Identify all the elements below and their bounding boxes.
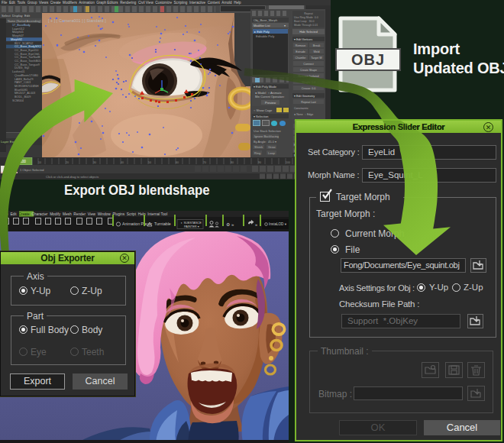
svg-text:OBJ: OBJ <box>351 51 385 68</box>
svg-text:Obj_Base_Morph: Obj_Base_Morph <box>254 18 277 22</box>
svg-text:● Model ○ Animate: ● Model ○ Animate <box>255 91 282 95</box>
svg-text:Chamfer: Chamfer <box>296 57 307 60</box>
svg-text:Hide Selected: Hide Selected <box>299 31 318 34</box>
svg-text:Boot Loop 30.0: Boot Loop 30.0 <box>294 20 314 23</box>
svg-text:90: 90 <box>258 161 261 164</box>
svg-text:CC_Base_TeethB01: CC_Base_TeethB01 <box>15 60 40 63</box>
svg-text:Name (Sorted Ascending): Name (Sorted Ascending) <box>8 20 41 23</box>
svg-text:Extrude: Extrude <box>296 50 305 53</box>
svg-text:Remove Isolated: Remove Isolated <box>299 75 319 78</box>
svg-text:CC_Base_ToeNailB: CC_Base_ToeNailB <box>15 56 40 59</box>
svg-text:Remove: Remove <box>296 44 305 47</box>
svg-text:● None ○ Edge: ● None ○ Edge <box>294 113 313 116</box>
svg-text:By Angle: 45.0 ▾: By Angle: 45.0 ▾ <box>254 140 276 144</box>
svg-text:MK2017_AL003: MK2017_AL003 <box>15 92 35 95</box>
svg-text:CC_Base_BodyMX2: CC_Base_BodyMX2 <box>15 45 41 48</box>
svg-text:Connect: Connect <box>303 63 313 66</box>
svg-text:[ + ] [ Camera001 ] [ Standa: [ + ] [ Camera001 ] [ Standard ] <box>48 18 106 23</box>
svg-text:CC_Base_Tongue9: CC_Base_Tongue9 <box>15 63 40 66</box>
svg-text:Morph92: Morph92 <box>11 38 22 41</box>
svg-text:BODL_B009: BODL_B009 <box>15 95 31 99</box>
svg-text:20: 20 <box>66 161 69 164</box>
svg-text:Select Display Edit: Select Display Edit <box>2 14 31 18</box>
svg-text:⚙ »: ⚙ » <box>226 222 234 227</box>
svg-text:▾: ▾ <box>284 24 286 27</box>
svg-text:Loop: Loop <box>268 151 276 155</box>
svg-text:CC_Base_EyeOrbL: CC_Base_EyeOrbL <box>15 53 40 56</box>
svg-text:Create Shape: Create Shape <box>300 69 317 72</box>
svg-text:100: 100 <box>286 161 290 164</box>
svg-text:50: 50 <box>148 161 151 164</box>
svg-text:SCM004: SCM004 <box>12 99 24 102</box>
svg-text:Break: Break <box>313 44 321 47</box>
svg-text:▾ Edit Poly Mode: ▾ Edit Poly Mode <box>254 85 277 89</box>
svg-text:LABS_Bella29: LABS_Bella29 <box>15 78 34 81</box>
svg-text:Lashes01: Lashes01 <box>12 70 24 73</box>
svg-text:Mode Through 0.01: Mode Through 0.01 <box>294 24 318 27</box>
svg-text:InstaLOD ▾: InstaLOD ▾ <box>269 222 287 226</box>
svg-text:60: 60 <box>176 161 179 164</box>
svg-text:Modifier List: Modifier List <box>254 24 270 27</box>
svg-text:Use Ring Mode 0.0: Use Ring Mode 0.0 <box>294 16 318 19</box>
svg-text:DLNG_Styl: DLNG_Styl <box>15 66 29 70</box>
svg-text:Target W: Target W <box>311 57 322 60</box>
svg-text:File Edit Tools Group View: File Edit Tools Group Views Create Modif… <box>2 1 241 5</box>
svg-text:30: 30 <box>93 161 96 164</box>
svg-text:▾ Edit Geometry: ▾ Edit Geometry <box>294 95 315 98</box>
svg-text:Layer012: Layer012 <box>12 27 24 31</box>
svg-text:80: 80 <box>231 161 234 164</box>
svg-text:Min Current Operation:: Min Current Operation: <box>255 95 285 99</box>
svg-text:Weight: 1.0: Weight: 1.0 <box>302 81 315 84</box>
svg-text:CC_Base_Eye010: CC_Base_Eye010 <box>15 49 38 52</box>
svg-text:Shrink: Shrink <box>254 145 263 149</box>
svg-text:1 Object Selected: 1 Object Selected <box>20 168 44 172</box>
svg-text:»: » <box>255 222 257 227</box>
svg-text:File Edit Create Character: File Edit Create Character Modify Mesh R… <box>2 212 167 216</box>
svg-text:40: 40 <box>121 161 124 164</box>
svg-text:Bluef0081: Bluef0081 <box>15 89 27 92</box>
svg-text:PAINTER ▾: PAINTER ▾ <box>184 225 199 228</box>
svg-text:○ Show Cage: ○ Show Cage <box>254 108 273 112</box>
svg-text:Repeat Last: Repeat Last <box>301 101 315 104</box>
svg-text:Crease: 0.0: Crease: 0.0 <box>302 87 316 90</box>
svg-text:Use Stack Selection: Use Stack Selection <box>254 129 281 133</box>
svg-text:Morph07: Morph07 <box>12 34 24 37</box>
svg-text:Morph01: Morph01 <box>12 31 24 34</box>
svg-text:Turntable: Turntable <box>154 222 171 226</box>
svg-text:10: 10 <box>38 161 41 164</box>
svg-text:PANT_C063: PANT_C063 <box>15 81 31 84</box>
svg-text:Click or click-and-drag to sel: Click or click-and-drag to select object… <box>46 175 99 179</box>
svg-text:17_BaseBody: 17_BaseBody <box>12 24 31 27</box>
svg-text:Layer Explorer: Layer Explorer <box>1 140 22 144</box>
svg-text:Weld: Weld <box>313 50 319 53</box>
svg-text:Ignore Backfacing: Ignore Backfacing <box>254 134 279 138</box>
svg-text:Grow: Grow <box>268 145 276 149</box>
svg-text:MORGEN701BNH: MORGEN701BNH <box>15 85 39 88</box>
svg-text:Preview: Preview <box>265 101 276 105</box>
svg-text:0 / 100: 0 / 100 <box>15 160 26 163</box>
svg-text:Editable Poly: Editable Poly <box>256 34 275 38</box>
svg-text:QuadBoots17GB0: QuadBoots17GB0 <box>15 74 38 77</box>
svg-text:Repeat: Repeat <box>304 12 313 15</box>
svg-text:70: 70 <box>203 161 206 164</box>
svg-text:▸ Edit Poly: ▸ Edit Poly <box>254 30 270 34</box>
svg-text:▾ Edit Vertices: ▾ Edit Vertices <box>294 38 312 41</box>
svg-text:Constraints:: Constraints: <box>294 107 309 110</box>
svg-text:BDY_SCAP02: BDY_SCAP02 <box>15 42 33 45</box>
svg-text:Ring: Ring <box>254 151 260 155</box>
svg-text:▾ Selection: ▾ Selection <box>254 115 269 118</box>
